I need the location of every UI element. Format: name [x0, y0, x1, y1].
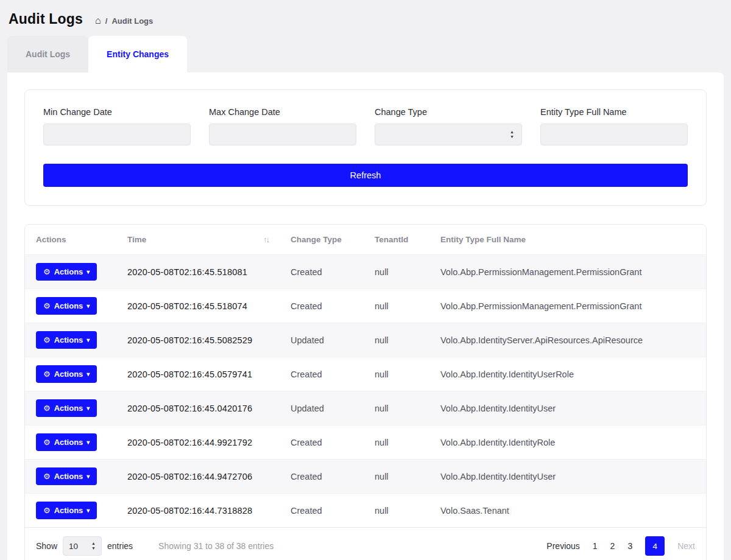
row-actions-label: Actions [54, 301, 83, 310]
table-row: ⚙ Actions ▾ 2020-05-08T02:16:44.9921792 … [25, 425, 706, 460]
breadcrumb: ⌂ / Audit Logs [95, 15, 153, 26]
pagination-page-2[interactable]: 2 [610, 541, 615, 551]
gear-icon: ⚙ [43, 472, 51, 481]
caret-down-icon: ▾ [87, 507, 90, 514]
cell-actions: ⚙ Actions ▾ [25, 460, 116, 494]
row-actions-button[interactable]: ⚙ Actions ▾ [36, 467, 97, 485]
cell-entity-type: Volo.Abp.PermissionManagement.Permission… [429, 255, 706, 289]
pagination-previous[interactable]: Previous [546, 541, 579, 551]
change-type-select[interactable]: ▲▼ [375, 124, 522, 145]
sort-icon[interactable]: ↑↓ [263, 235, 269, 244]
row-actions-button[interactable]: ⚙ Actions ▾ [36, 365, 97, 383]
row-actions-button[interactable]: ⚙ Actions ▾ [36, 399, 97, 417]
cell-tenant-id: null [364, 460, 429, 494]
pagination-page-3[interactable]: 3 [627, 541, 632, 551]
page-title: Audit Logs [9, 11, 83, 27]
caret-down-icon: ▾ [87, 405, 90, 411]
cell-change-type: Created [280, 289, 364, 323]
breadcrumb-separator: / [105, 16, 108, 26]
filter-change-type: Change Type ▲▼ [375, 107, 522, 145]
cell-time: 2020-05-08T02:16:45.518081 [116, 255, 280, 289]
refresh-button[interactable]: Refresh [43, 164, 688, 187]
table-row: ⚙ Actions ▾ 2020-05-08T02:16:45.0420176 … [25, 391, 706, 425]
gear-icon: ⚙ [43, 267, 51, 276]
table-row: ⚙ Actions ▾ 2020-05-08T02:16:45.518081 C… [25, 255, 706, 289]
page-size-value: 10 [69, 542, 78, 551]
max-change-date-input[interactable] [209, 124, 356, 145]
cell-change-type: Created [280, 425, 364, 460]
cell-entity-type: Volo.Abp.Identity.IdentityUser [429, 460, 706, 494]
header-tenant-id[interactable]: TenantId [364, 225, 429, 255]
showing-entries-text: Showing 31 to 38 of 38 entries [158, 541, 274, 551]
cell-tenant-id: null [364, 425, 429, 460]
row-actions-label: Actions [54, 267, 83, 276]
row-actions-label: Actions [54, 438, 83, 447]
filter-max-change-date: Max Change Date [209, 107, 356, 145]
cell-entity-type: Volo.Abp.Identity.IdentityUserRole [429, 357, 706, 391]
header-change-type[interactable]: Change Type [280, 225, 364, 255]
cell-change-type: Created [280, 255, 364, 289]
cell-tenant-id: null [364, 323, 429, 357]
pagination-page-4-active[interactable]: 4 [645, 536, 665, 556]
pagination-page-1[interactable]: 1 [593, 541, 598, 551]
show-label: Show [36, 541, 57, 551]
row-actions-button[interactable]: ⚙ Actions ▾ [36, 433, 97, 451]
gear-icon: ⚙ [43, 506, 51, 515]
cell-actions: ⚙ Actions ▾ [25, 323, 116, 357]
table-row: ⚙ Actions ▾ 2020-05-08T02:16:45.518074 C… [25, 289, 706, 323]
gear-icon: ⚙ [43, 369, 51, 379]
pagination-next[interactable]: Next [677, 541, 695, 551]
cell-actions: ⚙ Actions ▾ [25, 494, 116, 528]
cell-change-type: Updated [280, 323, 364, 357]
row-actions-button[interactable]: ⚙ Actions ▾ [36, 502, 97, 519]
filter-min-change-date: Min Change Date [43, 107, 191, 145]
caret-down-icon: ▾ [87, 303, 90, 309]
row-actions-button[interactable]: ⚙ Actions ▾ [36, 331, 97, 349]
caret-down-icon: ▾ [87, 268, 90, 275]
entity-changes-table: Actions Time ↑↓ Change Type TenantId Ent… [25, 225, 706, 527]
cell-tenant-id: null [364, 494, 429, 528]
row-actions-button[interactable]: ⚙ Actions ▾ [36, 263, 97, 281]
cell-tenant-id: null [364, 255, 429, 289]
cell-tenant-id: null [364, 391, 429, 425]
cell-actions: ⚙ Actions ▾ [25, 425, 116, 460]
caret-down-icon: ▾ [87, 473, 90, 480]
page-size-select[interactable]: 10 ▲▼ [63, 536, 102, 556]
tab-bar: Audit Logs Entity Changes [7, 36, 724, 72]
header-actions: Actions [25, 225, 116, 255]
table-row: ⚙ Actions ▾ 2020-05-08T02:16:45.0579741 … [25, 357, 706, 391]
page-size-arrows-icon: ▲▼ [91, 541, 96, 551]
caret-down-icon: ▾ [87, 337, 90, 343]
cell-entity-type: Volo.Saas.Tenant [429, 494, 706, 528]
caret-down-icon: ▾ [87, 439, 90, 446]
table-body: ⚙ Actions ▾ 2020-05-08T02:16:45.518081 C… [25, 255, 706, 528]
row-actions-button[interactable]: ⚙ Actions ▾ [36, 297, 97, 315]
cell-entity-type: Volo.Abp.PermissionManagement.Permission… [429, 289, 706, 323]
home-icon[interactable]: ⌂ [95, 15, 101, 26]
header-time[interactable]: Time ↑↓ [116, 225, 280, 255]
entity-type-input[interactable] [540, 124, 688, 145]
min-change-date-input[interactable] [43, 124, 191, 145]
cell-time: 2020-05-08T02:16:44.9921792 [116, 425, 280, 460]
row-actions-label: Actions [54, 472, 83, 481]
row-actions-label: Actions [54, 369, 83, 379]
cell-entity-type: Volo.Abp.Identity.IdentityUser [429, 391, 706, 425]
header-entity-type[interactable]: Entity Type Full Name [429, 225, 706, 255]
cell-time: 2020-05-08T02:16:44.9472706 [116, 460, 280, 494]
filter-entity-type: Entity Type Full Name [540, 107, 688, 145]
tab-entity-changes[interactable]: Entity Changes [88, 36, 187, 72]
cell-tenant-id: null [364, 357, 429, 391]
table-row: ⚙ Actions ▾ 2020-05-08T02:16:44.7318828 … [25, 494, 706, 528]
cell-time: 2020-05-08T02:16:45.0579741 [116, 357, 280, 391]
table-footer: Show 10 ▲▼ entries Showing 31 to 38 of 3… [25, 527, 706, 560]
cell-time: 2020-05-08T02:16:45.518074 [116, 289, 280, 323]
tab-audit-logs[interactable]: Audit Logs [7, 36, 88, 72]
cell-change-type: Created [280, 494, 364, 528]
max-change-date-label: Max Change Date [209, 107, 356, 117]
min-change-date-label: Min Change Date [43, 107, 191, 117]
cell-change-type: Created [280, 460, 364, 494]
cell-time: 2020-05-08T02:16:45.0420176 [116, 391, 280, 425]
entries-label: entries [107, 541, 133, 551]
gear-icon: ⚙ [43, 404, 51, 413]
cell-entity-type: Volo.Abp.IdentityServer.ApiResources.Api… [429, 323, 706, 357]
